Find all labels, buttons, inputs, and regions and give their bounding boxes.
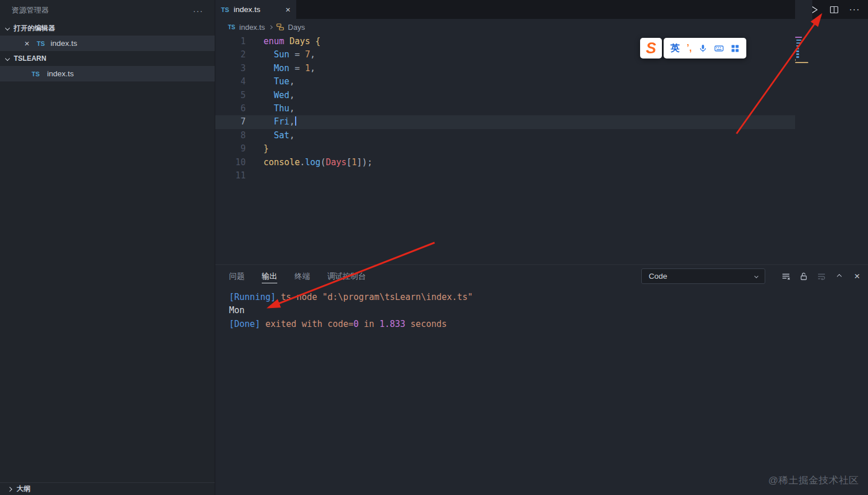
line-number: 2 xyxy=(215,48,246,61)
chevron-down-icon xyxy=(754,274,758,278)
tab-label: index.ts xyxy=(234,5,261,14)
line-number: 11 xyxy=(215,169,246,182)
output-lines[interactable]: [Running] ts-node "d:\program\tsLearn\in… xyxy=(215,288,868,495)
typescript-file-icon: TS xyxy=(221,6,229,13)
vscode-window: 资源管理器 ··· 打开的编辑器 × TS index.ts TSLEARN T… xyxy=(0,0,868,495)
code-line[interactable]: 6 Thu, xyxy=(215,102,795,115)
grid-panel-icon[interactable] xyxy=(731,44,739,53)
output-line[interactable]: [Done] exited with code=0 in 1.833 secon… xyxy=(229,318,868,331)
keyboard-icon[interactable] xyxy=(714,44,724,53)
minimap[interactable] xyxy=(795,0,812,264)
minimap-line xyxy=(796,53,799,54)
code-line[interactable]: 10console.log(Days[1]); xyxy=(215,156,795,169)
open-editor-item[interactable]: × TS index.ts xyxy=(0,36,215,51)
chevron-down-icon xyxy=(5,56,10,61)
panel-tab-output[interactable]: 输出 xyxy=(262,265,277,287)
sidebar-more-actions-icon[interactable]: ··· xyxy=(193,6,203,15)
word-wrap-icon[interactable] xyxy=(816,271,827,282)
file-name: index.ts xyxy=(51,39,78,48)
code-line[interactable]: 11 xyxy=(215,169,795,182)
line-number: 8 xyxy=(215,129,246,142)
minimap-line xyxy=(796,48,799,49)
enum-symbol-icon xyxy=(276,23,284,31)
line-number: 10 xyxy=(215,156,246,169)
minimap-line xyxy=(796,40,801,41)
panel-header: 问题 输出 终端 调试控制台 Code × xyxy=(215,265,868,287)
panel-tab-terminal[interactable]: 终端 xyxy=(294,265,310,287)
minimap-line xyxy=(795,62,808,63)
more-actions-button[interactable]: ··· xyxy=(849,5,860,15)
line-number: 3 xyxy=(215,62,246,75)
file-name: index.ts xyxy=(47,69,74,78)
outline-section-header[interactable]: 大纲 xyxy=(0,482,215,495)
panel-actions: Code × xyxy=(641,268,862,284)
section-header-tslearn[interactable]: TSLEARN xyxy=(0,51,215,66)
split-editor-button[interactable] xyxy=(830,5,839,14)
line-number: 4 xyxy=(215,75,246,88)
section-label: TSLEARN xyxy=(14,54,46,63)
code-line[interactable]: 8 Sat, xyxy=(215,129,795,142)
sogou-logo-icon: S xyxy=(640,38,662,59)
chevron-right-icon xyxy=(269,25,273,29)
watermark: @稀土掘金技术社区 xyxy=(768,474,859,487)
minimap-line xyxy=(795,37,802,38)
output-channel-select[interactable]: Code xyxy=(641,268,765,284)
breadcrumb-symbol[interactable]: Days xyxy=(288,23,305,32)
minimap-line xyxy=(796,56,799,57)
microphone-icon[interactable] xyxy=(699,44,707,53)
section-label: 打开的编辑器 xyxy=(14,24,55,33)
clear-output-icon[interactable] xyxy=(781,271,791,282)
minimap-line xyxy=(796,42,801,44)
close-panel-icon[interactable]: × xyxy=(852,271,862,282)
tree-item-indexts[interactable]: TS index.ts xyxy=(0,66,215,81)
code-line[interactable]: 4 Tue, xyxy=(215,75,795,88)
code-line[interactable]: 5 Wed, xyxy=(215,89,795,102)
minimap-line xyxy=(796,45,799,46)
line-number: 6 xyxy=(215,102,246,115)
outline-label: 大纲 xyxy=(17,484,30,494)
line-number: 7 xyxy=(215,115,246,128)
sidebar-title-row: 资源管理器 ··· xyxy=(0,0,215,21)
minimap-line xyxy=(796,50,799,52)
code-line[interactable]: 9} xyxy=(215,142,795,155)
editor-actions: ··· xyxy=(809,0,860,19)
tab-indexts[interactable]: TS index.ts × xyxy=(215,0,296,19)
panel-tab-debug-console[interactable]: 调试控制台 xyxy=(327,265,366,287)
section-header-open-editors[interactable]: 打开的编辑器 xyxy=(0,21,215,36)
bottom-panel: 问题 输出 终端 调试控制台 Code × xyxy=(215,264,868,495)
typescript-file-icon: TS xyxy=(228,24,235,30)
line-number: 9 xyxy=(215,142,246,155)
ime-language-mode[interactable]: 英 xyxy=(671,42,680,54)
panel-tab-problems[interactable]: 问题 xyxy=(229,265,245,287)
code-line[interactable]: 7 Fri, xyxy=(215,115,795,128)
line-number: 5 xyxy=(215,89,246,102)
code-line[interactable]: 3 Mon = 1, xyxy=(215,62,795,75)
ime-pen-icon: ’, xyxy=(687,43,692,53)
output-line[interactable]: Mon xyxy=(229,304,868,317)
typescript-file-icon: TS xyxy=(32,71,40,77)
breadcrumb-file[interactable]: index.ts xyxy=(239,23,265,32)
lock-scroll-icon[interactable] xyxy=(799,271,809,282)
line-number: 1 xyxy=(215,35,246,48)
output-line[interactable]: [Running] ts-node "d:\program\tsLearn\in… xyxy=(229,291,868,304)
selected-channel: Code xyxy=(649,272,667,280)
tab-bar: TS index.ts × ··· xyxy=(215,0,868,19)
sidebar-title: 资源管理器 xyxy=(11,5,49,15)
minimap-line xyxy=(795,59,796,60)
explorer-sidebar: 资源管理器 ··· 打开的编辑器 × TS index.ts TSLEARN T… xyxy=(0,0,215,495)
maximize-panel-icon[interactable] xyxy=(834,271,844,282)
close-icon[interactable]: × xyxy=(285,5,290,14)
typescript-file-icon: TS xyxy=(37,40,45,47)
breadcrumb: TS index.ts Days xyxy=(215,19,868,35)
editor-area: TS index.ts × ··· TS index.ts Days xyxy=(215,0,868,264)
ime-popup: S 英 ’, xyxy=(640,38,746,59)
text-cursor xyxy=(295,116,296,126)
close-icon[interactable]: × xyxy=(23,38,31,48)
ime-toolbar: 英 ’, xyxy=(664,38,746,59)
chevron-down-icon xyxy=(5,26,10,30)
chevron-right-icon xyxy=(7,486,12,491)
